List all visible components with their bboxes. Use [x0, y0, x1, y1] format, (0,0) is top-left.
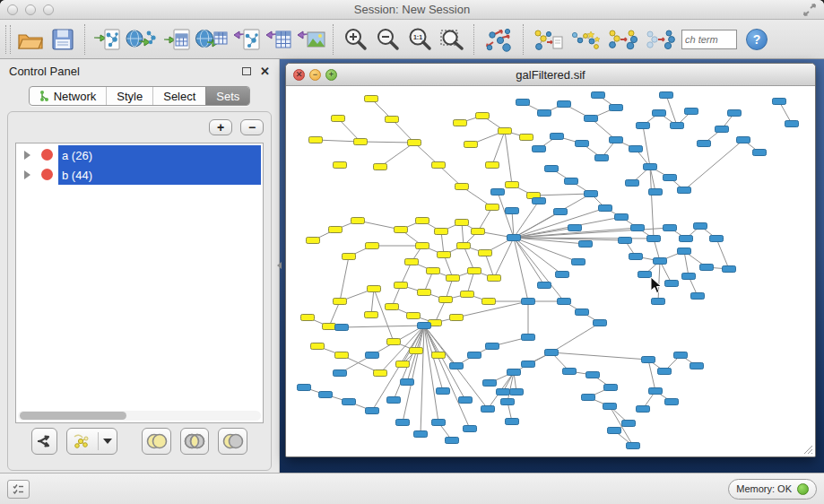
graph-node: [476, 113, 490, 119]
splitter-collapse-icon[interactable]: [277, 262, 282, 269]
graph-node: [671, 123, 684, 129]
memory-status-button[interactable]: Memory: OK: [728, 479, 817, 500]
network-window-titlebar[interactable]: ✕ − + galFiltered.sif: [286, 64, 815, 86]
graph-node: [482, 299, 496, 305]
help-question-glyph: ?: [753, 32, 761, 47]
maximize-network-window-icon[interactable]: +: [325, 69, 337, 81]
minimize-network-window-icon[interactable]: −: [309, 69, 321, 81]
tab-style[interactable]: Style: [106, 87, 152, 105]
graph-node: [723, 266, 736, 273]
graph-node: [439, 297, 453, 303]
fullscreen-icon[interactable]: [802, 4, 817, 16]
svg-text:1:1: 1:1: [413, 34, 422, 40]
app-window: Session: New Session: [0, 0, 824, 504]
graph-node: [432, 352, 446, 359]
zoom-fit-selected-button[interactable]: [436, 22, 468, 56]
toolbar-separator: [473, 24, 474, 55]
export-image-button[interactable]: [295, 22, 327, 56]
search-input[interactable]: [681, 30, 737, 49]
tab-network[interactable]: Network: [30, 87, 107, 105]
network-desktop: ✕ − + galFiltered.sif: [280, 59, 824, 473]
intersect-sets-button[interactable]: [180, 428, 210, 455]
difference-sets-button[interactable]: [218, 428, 247, 455]
tab-select[interactable]: Select: [152, 87, 205, 105]
graph-node: [450, 363, 464, 369]
zoom-actual-size-button[interactable]: 1:1: [403, 22, 436, 56]
save-session-button[interactable]: [47, 22, 79, 56]
zoom-in-button[interactable]: [339, 22, 371, 56]
horizontal-scrollbar[interactable]: [18, 411, 261, 421]
graph-node: [507, 369, 521, 376]
import-network-url-button[interactable]: [123, 22, 160, 56]
close-network-window-icon[interactable]: ✕: [293, 69, 305, 81]
zoom-in-icon: [343, 27, 368, 52]
graph-node: [366, 243, 379, 249]
export-table-icon: [265, 27, 292, 52]
graph-node: [516, 100, 530, 106]
graph-node: [410, 348, 423, 354]
graph-node: [335, 325, 349, 331]
graph-node: [700, 265, 714, 271]
remove-set-button[interactable]: −: [240, 119, 264, 135]
list-item[interactable]: b (44): [16, 165, 263, 185]
graph-node: [710, 236, 724, 242]
graph-node: [365, 96, 378, 102]
diffusion-select-button[interactable]: [604, 22, 642, 56]
window-title: Session: New Session: [0, 3, 824, 16]
add-set-button[interactable]: +: [209, 119, 232, 135]
import-network-file-icon: [92, 27, 121, 52]
graph-node: [582, 395, 595, 401]
import-network-file-button[interactable]: [91, 22, 123, 56]
graph-node: [319, 392, 333, 398]
graph-node: [479, 250, 492, 256]
disclosure-triangle-icon[interactable]: [24, 151, 30, 160]
import-table-file-button[interactable]: [160, 22, 193, 56]
disclosure-triangle-icon[interactable]: [24, 170, 30, 179]
union-sets-button[interactable]: [142, 428, 171, 455]
close-panel-icon[interactable]: ✕: [260, 65, 270, 77]
graph-node: [652, 299, 665, 305]
graph-node: [418, 323, 431, 329]
sets-toolbar: [15, 423, 264, 465]
scrollbar-thumb[interactable]: [20, 412, 126, 420]
zoom-out-button[interactable]: [371, 22, 403, 56]
list-item[interactable]: a (26): [16, 145, 263, 165]
resize-grip-icon[interactable]: [802, 443, 813, 455]
graph-node: [298, 385, 311, 391]
lasso-network-icon: [72, 432, 93, 450]
graph-node: [642, 357, 655, 363]
graph-node: [351, 218, 365, 224]
network-graph[interactable]: [286, 86, 815, 456]
tab-sets[interactable]: Sets: [205, 87, 249, 105]
graph-node: [432, 420, 446, 426]
copy-layout-from-file-button[interactable]: [529, 22, 567, 56]
network-canvas[interactable]: [286, 86, 815, 456]
graph-node: [691, 293, 705, 300]
help-button[interactable]: ?: [746, 29, 768, 50]
split-set-button[interactable]: [31, 428, 57, 455]
graph-node: [506, 419, 519, 425]
graph-node: [323, 324, 336, 330]
apply-layout-button[interactable]: [480, 22, 517, 56]
graph-node: [576, 141, 589, 147]
sets-list: a (26) b (44): [15, 143, 264, 423]
graph-node: [694, 223, 707, 230]
graph-node: [629, 146, 643, 152]
task-history-button[interactable]: [7, 480, 30, 499]
export-network-button[interactable]: [230, 22, 263, 56]
export-table-button[interactable]: [263, 22, 295, 56]
graph-node: [664, 175, 677, 181]
float-panel-icon[interactable]: [242, 67, 251, 75]
create-set-combo-button[interactable]: [66, 428, 117, 455]
network-window[interactable]: ✕ − + galFiltered.sif: [285, 63, 816, 457]
dropdown-arrow-icon[interactable]: [103, 439, 112, 444]
graph-node: [354, 139, 368, 145]
graph-node: [334, 162, 347, 169]
combo-divider: [98, 432, 99, 450]
layout-tools-button[interactable]: [567, 22, 604, 56]
import-table-url-button[interactable]: [193, 22, 230, 56]
show-hide-nodes-button[interactable]: [642, 22, 680, 56]
graph-node: [506, 182, 519, 188]
open-folder-icon: [17, 28, 44, 51]
open-session-button[interactable]: [14, 22, 47, 56]
